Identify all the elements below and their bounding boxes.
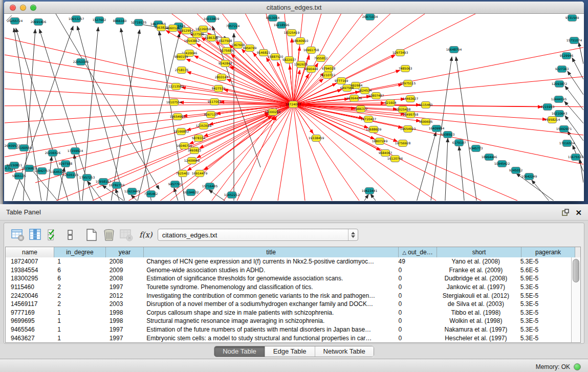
graph-node[interactable]: 7986372	[354, 106, 368, 113]
graph-node[interactable]: 6179197	[452, 140, 466, 146]
column-header-title[interactable]: title	[144, 247, 399, 257]
graph-node[interactable]: 10688609	[366, 126, 382, 133]
graph-node[interactable]: 17957253	[79, 174, 95, 181]
graph-node[interactable]: 10973493	[393, 50, 408, 56]
graph-node[interactable]: 20691406	[31, 19, 47, 26]
graph-node[interactable]: 5905135	[12, 173, 26, 180]
graph-node[interactable]: 18325419	[284, 30, 300, 36]
graph-node[interactable]: 26871034	[362, 14, 378, 20]
graph-node[interactable]: 6497568	[340, 85, 354, 92]
graph-node[interactable]: 8454749	[243, 45, 257, 52]
select-attributes-button[interactable]	[45, 227, 60, 243]
graph-node[interactable]: 15992971	[556, 126, 572, 133]
graph-node[interactable]: 18964446	[482, 154, 497, 161]
graph-node[interactable]: 9245012	[509, 167, 523, 174]
graph-node[interactable]: 16914479	[192, 170, 208, 177]
window-titlebar[interactable]: citations_edges.txt	[4, 2, 584, 14]
graph-node[interactable]: 14463627	[403, 96, 419, 102]
graph-node[interactable]: 12923445	[124, 188, 140, 195]
graph-node[interactable]: 19166852	[173, 128, 189, 135]
row-height-button[interactable]	[62, 227, 78, 243]
new-table-button[interactable]	[84, 227, 99, 243]
column-header-name[interactable]: name	[6, 247, 54, 257]
column-header-out-de-[interactable]: △out_de…	[399, 247, 437, 257]
close-panel-icon[interactable]: ✕	[575, 209, 582, 216]
graph-node[interactable]: 19756928	[395, 140, 411, 147]
table-row[interactable]: 946362711997Embryonic stem cells: a mode…	[6, 334, 571, 342]
graph-node[interactable]: 9297588	[59, 161, 73, 167]
graph-node[interactable]: 8215953	[541, 104, 555, 111]
graph-node[interactable]: 12213589	[168, 83, 184, 90]
graph-node[interactable]: 7857224	[226, 23, 240, 30]
graph-node[interactable]: 9699695	[419, 119, 433, 125]
table-row[interactable]: 1938455462009Genome-wide association stu…	[6, 266, 571, 275]
table-row[interactable]: 911546021997Tourette syndrome. Phenomeno…	[6, 283, 571, 292]
graph-node[interactable]: 9242848	[219, 60, 232, 67]
graph-node[interactable]: 20206526	[45, 150, 61, 157]
column-header-pagerank[interactable]: pagerank	[521, 247, 575, 257]
graph-node[interactable]: 19218596	[274, 22, 290, 29]
graph-node[interactable]: 18640910	[293, 38, 309, 45]
table-scrollbar[interactable]	[571, 257, 580, 342]
graph-node[interactable]: 12942757	[34, 168, 50, 174]
graph-node[interactable]: 12505115	[63, 172, 79, 179]
graph-node[interactable]: 9115460	[419, 102, 433, 108]
table-row[interactable]: 2242004622012Investigating the contribut…	[6, 291, 571, 300]
graph-node[interactable]: 19423441	[362, 188, 378, 194]
graph-node[interactable]: 9227343	[555, 66, 569, 73]
graph-node[interactable]: 15958214	[545, 117, 560, 123]
zoom-window-button[interactable]	[30, 5, 36, 11]
graph-node[interactable]: 9345773	[469, 145, 483, 152]
column-header-short[interactable]: short	[437, 247, 521, 257]
graph-node[interactable]: 7245462	[144, 191, 158, 198]
graph-node[interactable]: 621604	[385, 100, 397, 106]
graph-node[interactable]: 9127508	[190, 31, 204, 38]
graph-node[interactable]: 5878334	[192, 135, 206, 142]
graph-node[interactable]: 16194632	[183, 189, 199, 196]
tab-network-table[interactable]: Network Table	[315, 346, 374, 357]
graph-node[interactable]: 10945422	[494, 161, 510, 167]
delete-attribute-button[interactable]	[101, 227, 117, 243]
table-row[interactable]: 1830029562008Estimation of significance …	[6, 274, 571, 283]
graph-node[interactable]: 9890159	[175, 54, 188, 60]
graph-node[interactable]: 12353598	[196, 123, 212, 129]
graph-node[interactable]: 15887520	[268, 54, 284, 60]
float-panel-icon[interactable]	[562, 209, 569, 216]
graph-node[interactable]: 16782759	[109, 182, 125, 189]
resize-grip[interactable]	[5, 14, 12, 21]
graph-node[interactable]: 16543862	[184, 38, 200, 45]
graph-node[interactable]: 19654985	[170, 114, 186, 120]
table-row[interactable]: 1872400712008Changes of HCN gene express…	[6, 257, 571, 266]
graph-node[interactable]: 12409948	[184, 158, 200, 164]
graph-node[interactable]: 16033809	[204, 16, 220, 23]
graph-node[interactable]: 20364436	[346, 95, 362, 102]
graph-node[interactable]: 12975115	[400, 80, 416, 87]
table-row[interactable]: 946554611997Estimation of the future num…	[6, 325, 571, 334]
graph-node[interactable]: 18807249	[372, 138, 388, 145]
graph-node[interactable]: 9684067	[379, 150, 393, 157]
graph-node[interactable]: 6794028	[322, 65, 336, 72]
table-selector-dropdown[interactable]: citations_edges.txt	[158, 229, 358, 241]
graph-node[interactable]: 7485063	[399, 65, 412, 72]
graph-node[interactable]: 18107554	[166, 99, 182, 106]
minimize-window-button[interactable]	[20, 5, 26, 11]
graph-node[interactable]: 11675533	[568, 154, 583, 161]
scrollbar-thumb[interactable]	[573, 259, 579, 282]
graph-node[interactable]: 3624534	[358, 87, 372, 94]
table-row[interactable]: 977716911998Corpus callosum shape and si…	[6, 309, 571, 317]
table-row[interactable]: 1456911722003Disruption of a novel membe…	[6, 300, 571, 309]
graph-node[interactable]: 9890448	[304, 66, 318, 73]
graph-node[interactable]: 17359924	[68, 148, 83, 155]
graph-node[interactable]: 8466160	[113, 18, 127, 25]
graph-node[interactable]: 9117003	[208, 99, 222, 105]
network-canvas[interactable]: 2405572420691406106532571527602846616010…	[5, 14, 583, 201]
graph-node[interactable]: 16120746	[387, 156, 403, 162]
tab-edge-table[interactable]: Edge Table	[265, 346, 315, 357]
table-settings-button[interactable]	[10, 227, 26, 243]
close-window-button[interactable]	[10, 5, 16, 11]
graph-node[interactable]: 9731549	[565, 15, 579, 21]
graph-node[interactable]: 22053346	[73, 59, 89, 65]
graph-node[interactable]: 16648794	[446, 47, 462, 53]
graph-node[interactable]: 10653257	[69, 16, 84, 23]
graph-node[interactable]: 16409954	[429, 125, 445, 132]
